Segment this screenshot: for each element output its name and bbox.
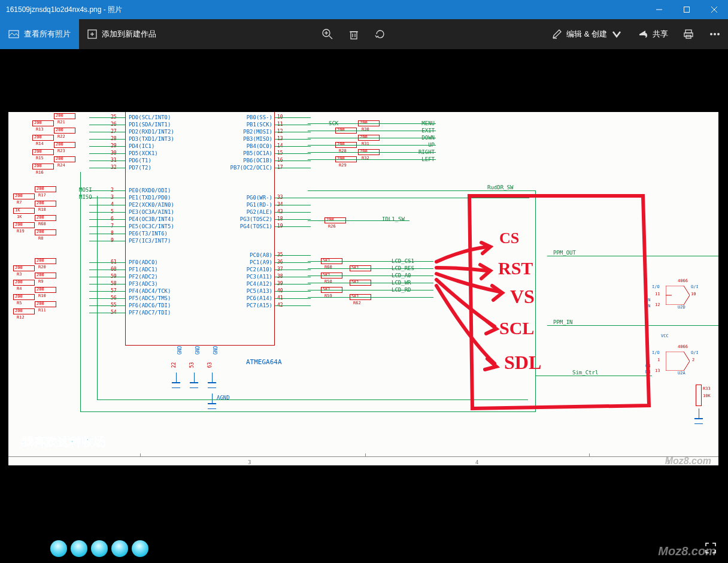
ic-u2a-ref: U2A (678, 371, 685, 376)
ic-io: I/O (652, 284, 660, 289)
dot (50, 540, 67, 557)
ic-pin2: 2 (692, 358, 694, 362)
net-mosi: MOSI (79, 187, 92, 193)
photo-viewer[interactable]: ATMEGA64A 25 PD0(SCL/INT0) 26 PD1(SDA/IN… (0, 49, 728, 563)
annot-vs: VS (510, 286, 535, 308)
agnd-symbol (208, 394, 216, 409)
zoom-icon (321, 28, 333, 40)
ic-part2: 4066 (678, 344, 688, 349)
net-ruddr: RudDR_SW (487, 184, 513, 190)
ic-pin12: 12 (655, 302, 660, 307)
ruler (8, 456, 718, 457)
annot-rst: RST (498, 258, 533, 279)
ic-oi2: O/I (691, 350, 699, 355)
gnd-symbol (208, 373, 216, 388)
minimize-button[interactable] (645, 0, 673, 19)
share-icon (637, 28, 649, 40)
svg-rect-17 (685, 30, 691, 33)
video-caption-1: 我喜欢这种收场 (22, 434, 105, 450)
edit-label: 编辑 & 创建 (566, 29, 607, 40)
svg-point-22 (718, 34, 720, 35)
ic-dn2: DN (645, 370, 650, 374)
annot-scl: SCL (499, 318, 534, 338)
dot (91, 540, 108, 557)
add-icon (86, 28, 98, 40)
svg-rect-12 (351, 32, 357, 39)
svg-point-20 (711, 34, 712, 35)
print-button[interactable] (675, 19, 702, 49)
svg-rect-18 (684, 33, 693, 37)
svg-line-9 (329, 36, 332, 39)
gnd-symbol (190, 373, 198, 388)
dots-icon (709, 28, 721, 40)
fullscreen-button[interactable] (704, 541, 717, 555)
dot (132, 540, 148, 557)
ic-u2d (666, 286, 690, 305)
ruler-4: 4 (475, 459, 478, 465)
more-button[interactable] (702, 19, 728, 49)
gnd-label: GND (177, 346, 183, 355)
dot (71, 540, 87, 557)
res-r33-ref: R33 (703, 386, 711, 391)
ic-u2d-ref: U2D (678, 305, 685, 310)
rotate-button[interactable] (367, 19, 393, 49)
gnd-r33 (694, 408, 703, 424)
print-icon (682, 28, 694, 40)
svg-rect-1 (684, 7, 690, 13)
ic-vcc: VCC (661, 334, 669, 338)
edit-button[interactable]: 编辑 & 创建 (544, 19, 630, 49)
net-miso: MISO (79, 194, 92, 200)
share-label: 共享 (653, 29, 668, 40)
gnd-symbol (172, 373, 180, 388)
title-bar: 161509jznsdq1lo2d4nx4s.png - 照片 (0, 0, 728, 19)
progress-dots (50, 540, 148, 557)
svg-point-21 (714, 34, 716, 35)
all-photos-label: 查看所有照片 (24, 29, 71, 40)
rotate-icon (374, 28, 386, 40)
trash-icon (348, 28, 360, 40)
ic-pin11: 11 (655, 292, 660, 296)
ic-part: 4066 (678, 279, 688, 283)
ic-io2: I/O (652, 350, 660, 355)
net-ppmout: PPM_OUT (553, 250, 576, 256)
delete-button[interactable] (341, 19, 367, 49)
net-simctrl: Sim_Ctrl (572, 370, 598, 376)
chevron-down-icon (611, 28, 623, 40)
photo-icon (8, 29, 19, 40)
res-r33 (696, 385, 702, 406)
add-to-button[interactable]: 添加到新建作品 (79, 19, 163, 49)
watermark-faint: Moz8.com (665, 456, 711, 465)
ic-on: ON (645, 298, 650, 302)
net-ppmin: PPM_IN (553, 319, 573, 325)
dot (111, 540, 128, 557)
res-r33-val: 10K (703, 394, 711, 398)
ic-oi: O/I (691, 284, 699, 289)
gnd-label: GND (213, 346, 219, 355)
ic-dn: DN (645, 304, 650, 308)
window-title: 161509jznsdq1lo2d4nx4s.png - 照片 (0, 5, 645, 15)
close-button[interactable] (700, 0, 728, 19)
schematic-image: ATMEGA64A 25 PD0(SCL/INT0) 26 PD1(SDA/IN… (8, 112, 718, 465)
all-photos-button[interactable]: 查看所有照片 (0, 19, 79, 49)
svg-marker-25 (666, 352, 690, 371)
add-to-label: 添加到新建作品 (102, 29, 156, 40)
annot-cs: CS (499, 229, 519, 247)
ruler-3: 3 (248, 459, 251, 465)
ic-on2: ON (645, 364, 650, 368)
maximize-button[interactable] (673, 0, 700, 19)
ic-pin10: 10 (691, 292, 696, 296)
chip-name: ATMEGA64A (246, 358, 282, 366)
ic-u2a (666, 352, 690, 371)
annot-sdl: SDL (504, 352, 541, 374)
video-overlay: 终于我明白俩人 (8, 468, 718, 563)
zoom-button[interactable] (314, 19, 341, 49)
net-idl: IDL1_SW (382, 216, 405, 222)
toolbar: 查看所有照片 添加到新建作品 编辑 & 创建 共享 (0, 19, 728, 49)
gnd-label: GND (195, 346, 201, 355)
share-button[interactable]: 共享 (630, 19, 675, 49)
ic-pin13: 13 (655, 368, 660, 373)
edit-icon (551, 28, 563, 40)
ic-pin1: 1 (657, 358, 660, 362)
